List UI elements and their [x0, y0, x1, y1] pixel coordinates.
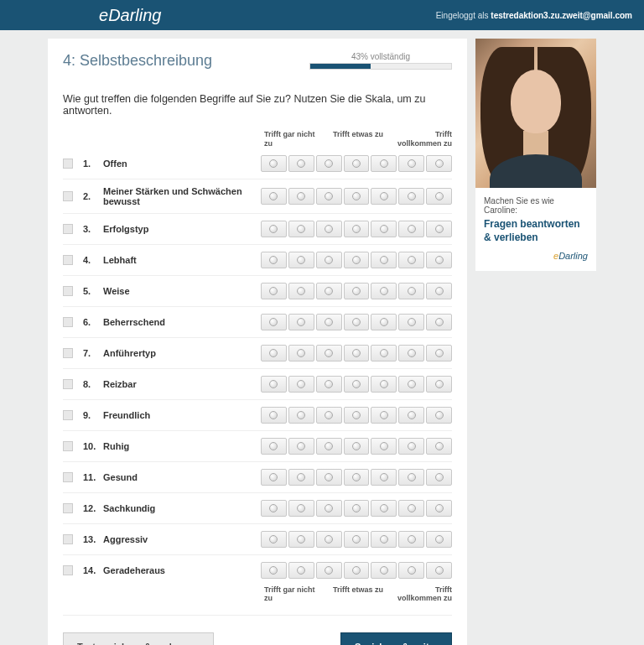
rating-option[interactable]: [426, 407, 452, 424]
rating-option[interactable]: [261, 345, 287, 362]
rating-option[interactable]: [316, 469, 342, 486]
rating-option[interactable]: [398, 562, 424, 579]
rating-option[interactable]: [398, 407, 424, 424]
rating-option[interactable]: [261, 562, 287, 579]
rating-option[interactable]: [371, 562, 397, 579]
rating-option[interactable]: [371, 438, 397, 455]
rating-option[interactable]: [426, 221, 452, 237]
rating-option[interactable]: [344, 345, 370, 362]
rating-option[interactable]: [371, 345, 397, 362]
rating-option[interactable]: [398, 500, 424, 517]
rating-option[interactable]: [398, 314, 424, 330]
rating-option[interactable]: [316, 252, 342, 268]
rating-option[interactable]: [344, 252, 370, 268]
rating-option[interactable]: [288, 562, 314, 579]
rating-option[interactable]: [398, 438, 424, 455]
rating-option[interactable]: [398, 376, 424, 393]
rating-option[interactable]: [426, 531, 452, 548]
rating-option[interactable]: [398, 283, 424, 299]
rating-option[interactable]: [261, 155, 287, 172]
rating-option[interactable]: [316, 314, 342, 330]
rating-option[interactable]: [371, 188, 397, 205]
rating-option[interactable]: [316, 283, 342, 299]
rating-option[interactable]: [344, 562, 370, 579]
rating-option[interactable]: [316, 500, 342, 517]
rating-option[interactable]: [261, 407, 287, 424]
rating-option[interactable]: [426, 314, 452, 330]
rating-option[interactable]: [261, 531, 287, 548]
rating-option[interactable]: [371, 252, 397, 268]
rating-option[interactable]: [316, 376, 342, 393]
rating-option[interactable]: [344, 438, 370, 455]
rating-option[interactable]: [426, 438, 452, 455]
rating-option[interactable]: [261, 188, 287, 205]
rating-option[interactable]: [344, 376, 370, 393]
rating-option[interactable]: [288, 500, 314, 517]
rating-option[interactable]: [288, 188, 314, 205]
rating-option[interactable]: [371, 314, 397, 330]
rating-option[interactable]: [371, 155, 397, 172]
rating-option[interactable]: [371, 469, 397, 486]
rating-option[interactable]: [261, 221, 287, 237]
rating-option[interactable]: [371, 531, 397, 548]
rating-option[interactable]: [371, 376, 397, 393]
rating-option[interactable]: [261, 469, 287, 486]
rating-option[interactable]: [316, 531, 342, 548]
rating-option[interactable]: [426, 155, 452, 172]
rating-option[interactable]: [344, 314, 370, 330]
rating-option[interactable]: [426, 283, 452, 299]
save-next-button[interactable]: Speichern & weiter: [340, 632, 452, 645]
rating-option[interactable]: [426, 252, 452, 268]
rating-option[interactable]: [288, 221, 314, 237]
rating-option[interactable]: [261, 500, 287, 517]
rating-option[interactable]: [261, 252, 287, 268]
rating-option[interactable]: [288, 438, 314, 455]
rating-option[interactable]: [344, 500, 370, 517]
rating-option[interactable]: [288, 314, 314, 330]
rating-option[interactable]: [426, 469, 452, 486]
rating-option[interactable]: [344, 188, 370, 205]
rating-option[interactable]: [316, 438, 342, 455]
rating-option[interactable]: [344, 531, 370, 548]
rating-option[interactable]: [288, 252, 314, 268]
rating-option[interactable]: [316, 221, 342, 237]
rating-option[interactable]: [288, 407, 314, 424]
rating-option[interactable]: [288, 376, 314, 393]
rating-option[interactable]: [426, 188, 452, 205]
sidebar-promo[interactable]: Machen Sie es wie Caroline: Fragen beant…: [475, 39, 596, 271]
rating-option[interactable]: [371, 500, 397, 517]
rating-option[interactable]: [288, 531, 314, 548]
save-logout-button[interactable]: Test speichern & ausloggen: [63, 632, 214, 645]
rating-option[interactable]: [371, 221, 397, 237]
rating-option[interactable]: [288, 155, 314, 172]
rating-option[interactable]: [371, 407, 397, 424]
rating-option[interactable]: [316, 562, 342, 579]
rating-option[interactable]: [288, 469, 314, 486]
rating-option[interactable]: [398, 252, 424, 268]
rating-option[interactable]: [316, 188, 342, 205]
rating-option[interactable]: [426, 376, 452, 393]
rating-option[interactable]: [288, 345, 314, 362]
rating-option[interactable]: [371, 283, 397, 299]
rating-option[interactable]: [288, 283, 314, 299]
rating-option[interactable]: [344, 469, 370, 486]
rating-option[interactable]: [261, 314, 287, 330]
rating-option[interactable]: [398, 155, 424, 172]
rating-option[interactable]: [426, 562, 452, 579]
rating-option[interactable]: [316, 345, 342, 362]
rating-option[interactable]: [426, 500, 452, 517]
rating-option[interactable]: [426, 345, 452, 362]
rating-option[interactable]: [261, 283, 287, 299]
rating-option[interactable]: [316, 155, 342, 172]
rating-option[interactable]: [398, 345, 424, 362]
rating-option[interactable]: [261, 438, 287, 455]
rating-option[interactable]: [398, 221, 424, 237]
rating-option[interactable]: [344, 283, 370, 299]
rating-option[interactable]: [344, 221, 370, 237]
rating-option[interactable]: [398, 188, 424, 205]
rating-option[interactable]: [316, 407, 342, 424]
rating-option[interactable]: [344, 155, 370, 172]
rating-option[interactable]: [398, 531, 424, 548]
rating-option[interactable]: [261, 376, 287, 393]
rating-option[interactable]: [344, 407, 370, 424]
